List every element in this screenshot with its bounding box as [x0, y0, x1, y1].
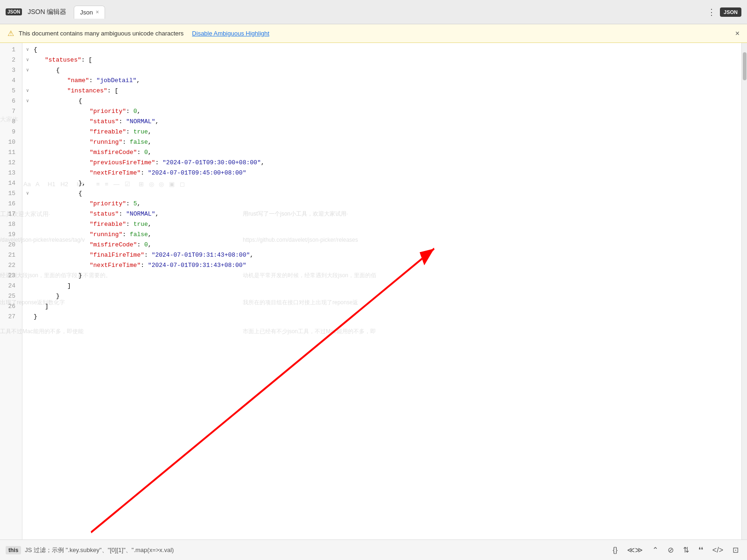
fold-arrow-12	[26, 158, 34, 168]
fold-arrow-19	[26, 230, 34, 240]
tab-close-button[interactable]: ×	[96, 9, 99, 15]
fold-arrow-4	[26, 76, 34, 86]
line-num-27: 27	[0, 312, 18, 322]
fold-arrow-3[interactable]: ∨	[26, 65, 34, 76]
code-content-9: "fireable": true,	[90, 127, 152, 137]
fold-arrow-1[interactable]: ∨	[26, 45, 34, 55]
line-num-3: 3	[0, 65, 18, 76]
fold-arrow-6[interactable]: ∨	[26, 96, 34, 106]
code-content-10: "running": false,	[90, 137, 152, 147]
code-content-14: },	[78, 178, 86, 189]
sort-icon[interactable]: ⌃	[649, 544, 661, 556]
line-num-9: 9	[0, 127, 18, 137]
code-line-20: "misfireCode": 0,	[26, 240, 741, 250]
fold-arrow-15[interactable]: ∨	[26, 189, 34, 199]
filter-input[interactable]	[25, 546, 606, 553]
warning-close-button[interactable]: ×	[735, 29, 740, 38]
fold-arrow-2[interactable]: ∨	[26, 55, 34, 65]
copy-icon[interactable]: ⊘	[665, 544, 677, 556]
line-num-26: 26	[0, 301, 18, 312]
fold-arrow-17	[26, 209, 34, 219]
app-title: JSON 编辑器	[28, 8, 66, 16]
line-num-8: 8	[0, 117, 18, 127]
line-num-1: 1	[0, 45, 18, 55]
fold-arrow-23	[26, 271, 34, 281]
code-content-25: }	[56, 291, 60, 301]
code-content-27: }	[34, 312, 37, 322]
filter-label: this	[6, 546, 21, 554]
line-num-7: 7	[0, 106, 18, 117]
grid-icon[interactable]: ⊡	[730, 544, 741, 556]
code-line-10: "running": false,	[26, 137, 741, 147]
code-content-21: "finalFireTime": "2024-07-01T09:31:43+08…	[90, 250, 254, 260]
fold-arrow-24	[26, 281, 34, 291]
code-content-15: {	[78, 189, 82, 199]
fold-arrow-5[interactable]: ∨	[26, 86, 34, 96]
line-num-14: 14	[0, 178, 18, 189]
json-badge: JSON	[720, 7, 741, 17]
line-num-16: 16	[0, 199, 18, 209]
line-num-18: 18	[0, 219, 18, 230]
line-num-5: 5	[0, 86, 18, 96]
fold-arrow-27	[26, 312, 34, 322]
quote-icon[interactable]: ❛❛	[696, 544, 706, 556]
editor-tab[interactable]: Json ×	[74, 6, 105, 19]
line-num-13: 13	[0, 168, 18, 178]
code-line-24: ]	[26, 281, 741, 291]
code-line-16: "priority": 5,	[26, 199, 741, 209]
code-content-2: "statuses": [	[45, 55, 92, 65]
warning-message: This document contains many ambiguous un…	[19, 30, 183, 37]
code-area[interactable]: ∨ {∨ "statuses": [∨ { "name": "jobDetail…	[22, 43, 741, 539]
fold-arrow-10	[26, 137, 34, 147]
code-content-22: "nextFireTime": "2024-07-01T09:31:43+08:…	[90, 260, 246, 271]
scrollbar-thumb[interactable]	[743, 52, 747, 80]
fold-arrow-13	[26, 168, 34, 178]
fold-arrow-11	[26, 147, 34, 158]
code-content-6: {	[78, 96, 82, 106]
fold-arrow-14	[26, 178, 34, 189]
code-content-1: {	[34, 45, 37, 55]
fold-arrow-25	[26, 291, 34, 301]
fold-arrow-22	[26, 260, 34, 271]
scrollbar[interactable]	[741, 43, 747, 539]
collapse-icon[interactable]: ≪≫	[624, 544, 646, 556]
line-num-4: 4	[0, 76, 18, 86]
move-icon[interactable]: ⇅	[680, 544, 692, 556]
code-content-13: "nextFireTime": "2024-07-01T09:45:00+08:…	[90, 168, 246, 178]
app-logo: JSON	[6, 8, 22, 15]
code-content-23: }	[78, 271, 82, 281]
format-icon[interactable]: {}	[610, 544, 620, 556]
code-line-6: ∨ {	[26, 96, 741, 106]
code-line-13: "nextFireTime": "2024-07-01T09:45:00+08:…	[26, 168, 741, 178]
code-content-18: "fireable": true,	[90, 219, 152, 230]
line-num-15: 15	[0, 189, 18, 199]
code-line-11: "misfireCode": 0,	[26, 147, 741, 158]
editor-container: 大家体 Aa A H1 H2 H6 ≡ ≡ — ☑ ⊞ ◎ ◎ ▣ ◻ 工具欢迎…	[0, 43, 747, 539]
code-line-18: "fireable": true,	[26, 219, 741, 230]
code-content-20: "misfireCode": 0,	[90, 240, 152, 250]
code-line-3: ∨ {	[26, 65, 741, 76]
code-content-7: "priority": 0,	[90, 106, 141, 117]
code-content-24: ]	[67, 281, 71, 291]
line-numbers: 1234567891011121314151617181920212223242…	[0, 43, 22, 539]
code-content-12: "previousFireTime": "2024-07-01T09:30:00…	[90, 158, 265, 168]
fold-arrow-7	[26, 106, 34, 117]
bottom-bar: this {} ≪≫ ⌃ ⊘ ⇅ ❛❛ </> ⊡	[0, 539, 747, 560]
code-line-21: "finalFireTime": "2024-07-01T09:31:43+08…	[26, 250, 741, 260]
disable-highlight-link[interactable]: Disable Ambiguous Highlight	[192, 30, 269, 37]
code-line-7: "priority": 0,	[26, 106, 741, 117]
code-icon[interactable]: </>	[710, 544, 726, 556]
menu-dots-button[interactable]: ⋮	[707, 7, 716, 17]
code-line-5: ∨ "instances": [	[26, 86, 741, 96]
code-line-8: "status": "NORMAL",	[26, 117, 741, 127]
code-content-17: "status": "NORMAL",	[90, 209, 159, 219]
code-line-26: ]	[26, 301, 741, 312]
code-content-4: "name": "jobDetail",	[67, 76, 140, 86]
fold-arrow-9	[26, 127, 34, 137]
line-num-2: 2	[0, 55, 18, 65]
code-line-17: "status": "NORMAL",	[26, 209, 741, 219]
code-line-4: "name": "jobDetail",	[26, 76, 741, 86]
line-num-22: 22	[0, 260, 18, 271]
code-line-12: "previousFireTime": "2024-07-01T09:30:00…	[26, 158, 741, 168]
code-line-14: },	[26, 178, 741, 189]
